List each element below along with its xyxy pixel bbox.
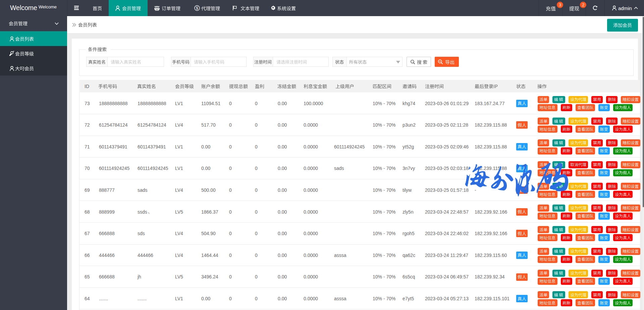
- svg-text:$: $: [196, 6, 198, 10]
